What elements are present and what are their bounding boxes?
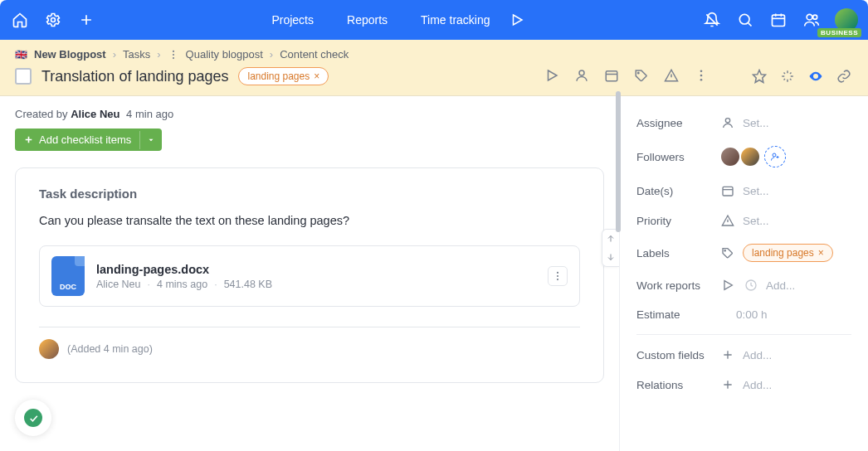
sparkle-icon[interactable] xyxy=(780,69,797,85)
svg-point-11 xyxy=(173,50,174,51)
plus-icon[interactable] xyxy=(76,10,96,30)
calendar-icon xyxy=(719,184,736,197)
clock-icon xyxy=(743,279,759,292)
person-icon xyxy=(719,116,736,129)
play-icon[interactable] xyxy=(719,279,736,292)
svg-point-19 xyxy=(700,70,703,72)
scroll-down-icon[interactable] xyxy=(602,248,619,266)
svg-marker-22 xyxy=(753,70,766,82)
svg-rect-16 xyxy=(606,71,617,81)
scroll-toggle xyxy=(602,229,619,267)
reports-add[interactable]: Add... xyxy=(766,279,795,292)
svg-point-12 xyxy=(173,53,174,55)
svg-point-9 xyxy=(807,14,812,20)
file-doc-icon: DOC xyxy=(51,256,85,296)
play-outline-icon[interactable] xyxy=(544,68,561,85)
chevron-right-icon: › xyxy=(157,48,160,61)
follower-avatar[interactable] xyxy=(739,146,761,167)
add-checklist-label: Add checklist items xyxy=(39,133,131,146)
task-label-pill[interactable]: landing pages × xyxy=(238,67,329,85)
people-icon[interactable] xyxy=(802,10,822,30)
svg-point-21 xyxy=(700,79,703,81)
top-navbar: Projects Reports Time tracking BUSINESS xyxy=(0,0,868,40)
warning-icon[interactable] xyxy=(664,68,680,85)
crumb-tasks[interactable]: Tasks xyxy=(123,48,150,61)
svg-rect-28 xyxy=(723,187,733,196)
custom-fields-add[interactable]: Add... xyxy=(743,349,772,361)
reports-label: Work reports xyxy=(636,279,713,292)
plus-icon[interactable] xyxy=(719,348,736,361)
task-description-body[interactable]: Can you please transalte the text on the… xyxy=(39,214,580,227)
bell-off-icon[interactable] xyxy=(702,10,722,30)
relations-add[interactable]: Add... xyxy=(743,379,772,391)
svg-point-0 xyxy=(51,18,56,22)
gear-icon[interactable] xyxy=(43,10,63,30)
nav-time-tracking[interactable]: Time tracking xyxy=(421,13,490,27)
tag-icon[interactable] xyxy=(634,68,651,85)
svg-point-18 xyxy=(638,72,640,74)
eye-icon[interactable] xyxy=(808,69,825,85)
calendar-icon[interactable] xyxy=(768,10,788,30)
more-vertical-icon[interactable] xyxy=(168,49,179,61)
task-description-heading: Task description xyxy=(39,187,580,201)
task-title[interactable]: Translation of landing pages xyxy=(41,68,228,85)
status-toast[interactable] xyxy=(15,400,51,436)
svg-point-27 xyxy=(773,153,776,157)
crumb-project[interactable]: New Blogpost xyxy=(34,48,106,61)
created-by: Created by Alice Neu 4 min ago xyxy=(15,108,604,120)
assignee-label: Assignee xyxy=(636,117,713,129)
person-icon[interactable] xyxy=(574,68,591,85)
task-complete-checkbox[interactable] xyxy=(15,68,32,85)
search-icon[interactable] xyxy=(735,10,755,30)
svg-rect-5 xyxy=(773,15,785,26)
play-icon[interactable] xyxy=(507,10,527,30)
svg-point-20 xyxy=(700,75,703,77)
plus-icon[interactable] xyxy=(719,378,736,391)
dates-label: Date(s) xyxy=(636,185,713,197)
check-icon xyxy=(24,409,42,427)
estimate-label: Estimate xyxy=(636,308,713,321)
star-icon[interactable] xyxy=(752,69,768,85)
dot-icon: · xyxy=(148,279,150,290)
svg-point-25 xyxy=(557,279,558,280)
nav-projects[interactable]: Projects xyxy=(271,13,314,27)
label-pill-text: landing pages xyxy=(752,247,814,259)
add-follower-icon[interactable] xyxy=(764,146,786,167)
remove-label-icon[interactable]: × xyxy=(314,70,319,82)
followers-label: Followers xyxy=(636,151,713,163)
task-description-card: Task description Can you please transalt… xyxy=(15,167,604,383)
created-author[interactable]: Alice Neu xyxy=(71,108,119,120)
attachment-more-icon[interactable] xyxy=(548,266,568,286)
assignee-set[interactable]: Set... xyxy=(743,117,769,129)
calendar-outline-icon[interactable] xyxy=(604,68,621,85)
scroll-up-icon[interactable] xyxy=(602,230,619,248)
crumb-content[interactable]: Content check xyxy=(280,48,349,61)
priority-set[interactable]: Set... xyxy=(743,215,769,227)
nav-reports[interactable]: Reports xyxy=(347,13,388,27)
crumb-project-label: New Blogpost xyxy=(34,48,106,61)
attachment-size: 541.48 KB xyxy=(224,279,272,290)
crumb-quality[interactable]: Quality blogpost xyxy=(186,48,263,61)
attachment-item[interactable]: DOC landing-pages.docx Alice Neu · 4 min… xyxy=(39,245,580,307)
task-main: Created by Alice Neu 4 min ago Add check… xyxy=(0,96,619,451)
comment-avatar[interactable] xyxy=(39,339,59,359)
svg-point-30 xyxy=(724,250,725,251)
follower-avatar[interactable] xyxy=(719,146,741,167)
home-icon[interactable] xyxy=(10,10,30,30)
task-label-text: landing pages xyxy=(247,70,310,82)
more-vertical-icon[interactable] xyxy=(694,68,710,85)
add-checklist-button[interactable]: Add checklist items xyxy=(15,129,162,151)
flag-icon: 🇬🇧 xyxy=(15,49,27,61)
label-pill[interactable]: landing pages × xyxy=(743,244,833,262)
estimate-value[interactable]: 0:00 h xyxy=(736,308,768,321)
chevron-right-icon: › xyxy=(270,48,273,61)
checklist-dropdown[interactable] xyxy=(139,131,162,149)
remove-label-icon[interactable]: × xyxy=(818,247,824,259)
svg-point-15 xyxy=(579,70,584,75)
scrollbar[interactable] xyxy=(616,91,621,232)
business-badge: BUSINESS xyxy=(817,28,861,37)
dates-set[interactable]: Set... xyxy=(743,185,769,197)
dot-icon: · xyxy=(214,279,217,290)
link-icon[interactable] xyxy=(836,69,853,85)
custom-fields-label: Custom fields xyxy=(636,349,713,361)
